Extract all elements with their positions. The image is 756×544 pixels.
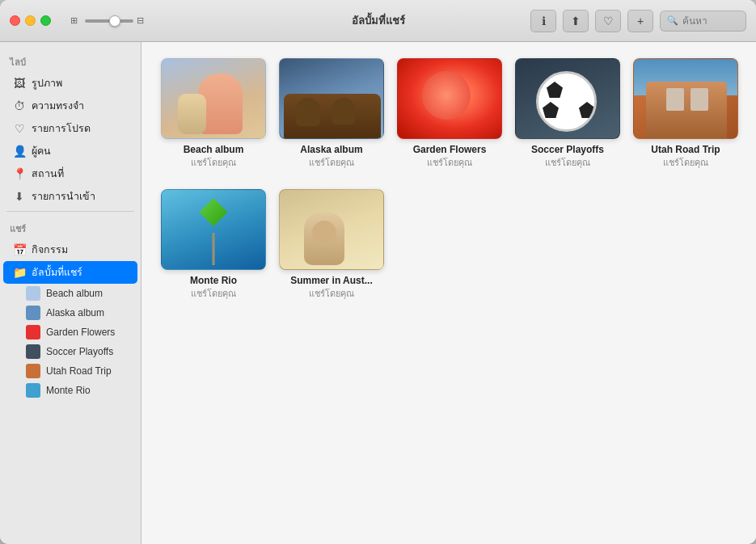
titlebar: ⊞ ⊟ อัลบั้มที่แชร์ ℹ ⬆ ♡ + 🔍: [0, 0, 756, 42]
beach-album-name: Beach album: [184, 144, 244, 155]
soccer-album-name: Soccer Playoffs: [531, 144, 604, 155]
soccer-thumbnail: [515, 58, 620, 139]
slider-thumb: [109, 15, 120, 27]
library-section-header: ไลบ์: [0, 48, 141, 72]
utah-album-sub: แชร์โดยคุณ: [663, 155, 708, 170]
alaska-album-sub: แชร์โดยคุณ: [309, 155, 354, 170]
garden-thumb-small: [26, 325, 40, 339]
beach-thumb-small: [26, 286, 40, 301]
favorites-list-icon: ♡: [13, 122, 26, 135]
sidebar-sub-monte[interactable]: Monte Rio: [3, 381, 137, 400]
sidebar-item-photos-label: รูปภาพ: [32, 75, 62, 91]
activity-icon: 📅: [13, 243, 26, 256]
shared-albums-icon: 📁: [13, 266, 26, 279]
sidebar-item-places[interactable]: 📍 สถานที่: [3, 162, 137, 185]
sidebar-item-photos[interactable]: 🖼 รูปภาพ: [3, 72, 137, 95]
sidebar-sub-beach-label: Beach album: [46, 288, 103, 299]
share-button[interactable]: ⬆: [563, 10, 589, 32]
search-icon: 🔍: [667, 15, 678, 26]
utah-thumbnail: [633, 58, 738, 139]
monte-album-name: Monte Rio: [190, 275, 237, 286]
album-item-utah[interactable]: Utah Road Trip แชร์โดยคุณ: [633, 58, 738, 170]
album-item-beach[interactable]: Beach album แชร์โดยคุณ: [161, 58, 266, 170]
album-grid: Beach album แชร์โดยคุณ Alaska album แชร์…: [161, 58, 737, 301]
window: ⊞ ⊟ อัลบั้มที่แชร์ ℹ ⬆ ♡ + 🔍 ไลบ์ 🖼 รูปภ…: [0, 0, 756, 544]
sidebar: ไลบ์ 🖼 รูปภาพ ⏱ ความทรงจำ ♡ รายการโปรด 👤…: [0, 42, 141, 544]
alaska-thumbnail: [279, 58, 384, 139]
main-area: ไลบ์ 🖼 รูปภาพ ⏱ ความทรงจำ ♡ รายการโปรด 👤…: [0, 42, 756, 544]
album-item-soccer[interactable]: Soccer Playoffs แชร์โดยคุณ: [515, 58, 620, 170]
sidebar-item-activity[interactable]: 📅 กิจกรรม: [3, 238, 137, 261]
sidebar-item-people-label: ผู้คน: [32, 143, 51, 159]
sidebar-sub-soccer-label: Soccer Playoffs: [46, 346, 113, 357]
sidebar-item-shared-albums-label: อัลบั้มที่แชร์: [32, 264, 82, 280]
beach-album-sub: แชร์โดยคุณ: [191, 155, 236, 170]
shared-section-header: แชร์: [0, 215, 141, 238]
sidebar-sub-utah-label: Utah Road Trip: [46, 365, 112, 377]
close-button[interactable]: [10, 15, 20, 26]
monte-album-sub: แชร์โดยคุณ: [191, 286, 236, 301]
toolbar-controls: ℹ ⬆ ♡ + 🔍: [530, 10, 746, 32]
album-item-summer[interactable]: Summer in Aust... แชร์โดยคุณ: [279, 189, 384, 301]
memories-icon: ⏱: [13, 99, 26, 112]
sidebar-item-activity-label: กิจกรรม: [32, 242, 68, 258]
photos-icon: 🖼: [13, 77, 26, 90]
traffic-lights: [10, 15, 51, 26]
sidebar-sub-alaska[interactable]: Alaska album: [3, 303, 137, 323]
alaska-album-name: Alaska album: [300, 144, 362, 155]
garden-album-sub: แชร์โดยคุณ: [427, 155, 472, 170]
slider-large-icon: ⊟: [137, 15, 148, 27]
content-area: Beach album แชร์โดยคุณ Alaska album แชร์…: [141, 42, 756, 544]
slider-small-icon: ⊞: [70, 15, 82, 27]
sidebar-item-favorites-list[interactable]: ♡ รายการโปรด: [3, 117, 137, 140]
sidebar-sub-soccer[interactable]: Soccer Playoffs: [3, 342, 137, 361]
alaska-thumb-small: [26, 306, 40, 320]
garden-thumbnail: [397, 58, 502, 139]
utah-album-name: Utah Road Trip: [651, 144, 720, 155]
add-button[interactable]: +: [627, 10, 653, 32]
soccer-album-sub: แชร์โดยคุณ: [545, 155, 590, 170]
garden-album-name: Garden Flowers: [413, 144, 487, 155]
beach-thumbnail: [161, 58, 266, 139]
sidebar-item-people[interactable]: 👤 ผู้คน: [3, 140, 137, 162]
summer-album-sub: แชร์โดยคุณ: [309, 286, 354, 301]
places-icon: 📍: [13, 167, 26, 180]
window-title: อัลบั้มที่แชร์: [352, 12, 405, 29]
sidebar-item-imports[interactable]: ⬇ รายการนำเข้า: [3, 185, 137, 208]
sidebar-sub-alaska-label: Alaska album: [46, 307, 104, 318]
monte-thumbnail: [161, 189, 266, 270]
sidebar-sub-beach[interactable]: Beach album: [3, 284, 137, 303]
search-box[interactable]: 🔍: [660, 11, 746, 32]
sidebar-item-favorites-label: รายการโปรด: [32, 120, 91, 137]
search-input[interactable]: [682, 15, 739, 27]
album-item-monte[interactable]: Monte Rio แชร์โดยคุณ: [161, 189, 266, 301]
info-button[interactable]: ℹ: [530, 10, 556, 32]
maximize-button[interactable]: [40, 15, 51, 26]
slider-track: [85, 19, 133, 23]
monte-thumb-small: [26, 383, 40, 398]
sidebar-sub-monte-label: Monte Rio: [46, 385, 91, 396]
minimize-button[interactable]: [25, 15, 36, 26]
imports-icon: ⬇: [13, 190, 26, 203]
favorite-button[interactable]: ♡: [595, 10, 621, 32]
sidebar-sub-garden[interactable]: Garden Flowers: [3, 323, 137, 342]
sidebar-item-memories[interactable]: ⏱ ความทรงจำ: [3, 95, 137, 117]
soccer-thumb-small: [26, 344, 40, 359]
sidebar-sub-utah[interactable]: Utah Road Trip: [3, 361, 137, 381]
sidebar-sub-garden-label: Garden Flowers: [46, 327, 115, 338]
thumbnail-size-slider[interactable]: ⊞ ⊟: [70, 15, 148, 27]
summer-thumbnail: [279, 189, 384, 270]
album-item-alaska[interactable]: Alaska album แชร์โดยคุณ: [279, 58, 384, 170]
summer-album-name: Summer in Aust...: [290, 275, 373, 286]
sidebar-divider: [6, 211, 134, 212]
sidebar-item-places-label: สถานที่: [32, 166, 64, 182]
people-icon: 👤: [13, 145, 26, 158]
album-item-garden[interactable]: Garden Flowers แชร์โดยคุณ: [397, 58, 502, 170]
utah-thumb-small: [26, 364, 40, 378]
sidebar-item-shared-albums[interactable]: 📁 อัลบั้มที่แชร์: [3, 261, 137, 284]
sidebar-item-imports-label: รายการนำเข้า: [32, 188, 95, 205]
sidebar-item-memories-label: ความทรงจำ: [32, 98, 84, 114]
